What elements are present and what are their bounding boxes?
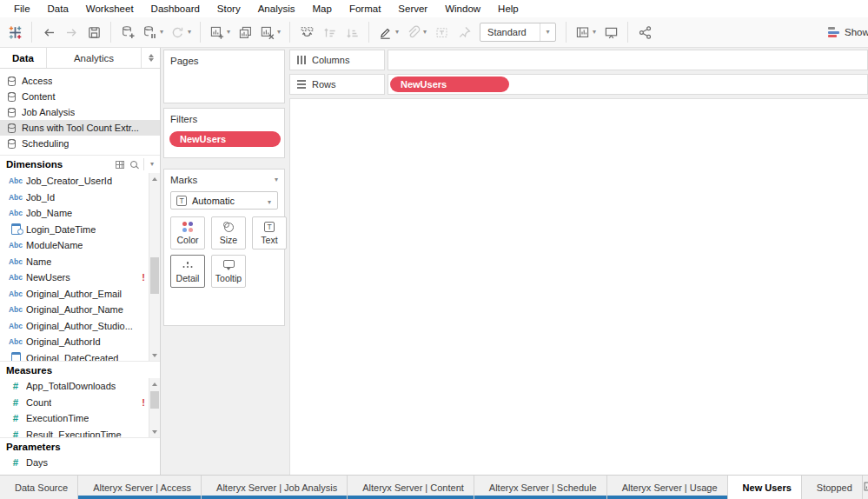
clear-sheet-icon[interactable]: ▾ xyxy=(257,20,283,44)
dropdown-caret-icon[interactable]: ▾ xyxy=(160,29,163,36)
duplicate-sheet-icon[interactable] xyxy=(235,20,255,44)
columns-shelf[interactable] xyxy=(388,50,868,70)
data-source-item[interactable]: Job Analysis xyxy=(0,104,160,120)
redo-icon[interactable] xyxy=(61,20,82,44)
swap-rows-columns-icon[interactable] xyxy=(296,20,317,44)
dropdown-caret-icon[interactable]: ▾ xyxy=(593,29,596,36)
fit-selector[interactable]: Standard ▾ xyxy=(480,23,556,42)
rows-shelf[interactable]: NewUsers xyxy=(388,74,868,95)
sheet-tab[interactable]: Alteryx Server | Access xyxy=(78,476,202,499)
dimension-field[interactable]: ModuleName xyxy=(0,237,149,254)
dimension-field[interactable]: Original_Author_Email xyxy=(0,286,149,303)
rows-pill-newusers[interactable]: NewUsers xyxy=(390,77,509,92)
dimension-field[interactable]: Original_AuthorId xyxy=(0,334,149,350)
scrollbar-thumb[interactable] xyxy=(150,257,159,294)
dimension-field[interactable]: Original_Author_Name xyxy=(0,302,149,318)
save-icon[interactable] xyxy=(83,20,104,44)
sheet-tab[interactable]: Alteryx Server | Content xyxy=(348,476,474,499)
search-icon[interactable] xyxy=(130,161,137,168)
view-data-grid-icon[interactable] xyxy=(116,161,124,169)
menu-item[interactable]: Map xyxy=(304,0,341,17)
sheet-tab[interactable]: New Users xyxy=(728,476,802,499)
menu-item[interactable]: Format xyxy=(341,0,389,17)
new-data-source-icon[interactable] xyxy=(117,20,138,44)
data-source-item[interactable]: Content xyxy=(0,89,160,104)
sheet-canvas[interactable] xyxy=(289,98,868,475)
parameter-field[interactable]: Days xyxy=(0,455,160,471)
pane-updown-icon[interactable] xyxy=(141,48,160,68)
dropdown-caret-icon[interactable]: ▾ xyxy=(423,29,427,36)
dropdown-caret-icon[interactable]: ▾ xyxy=(277,29,281,36)
scroll-up-icon[interactable] xyxy=(149,378,160,389)
tab-analytics[interactable]: Analytics xyxy=(46,48,141,68)
dimensions-scrollbar[interactable] xyxy=(149,173,160,361)
new-worksheet-tab-button[interactable] xyxy=(863,476,868,499)
refresh-data-source-icon[interactable]: ▾ xyxy=(168,20,194,44)
scroll-down-icon[interactable] xyxy=(149,349,160,361)
dropdown-caret-icon[interactable]: ▾ xyxy=(188,29,191,36)
dimensions-menu-caret-icon[interactable]: ▾ xyxy=(150,161,154,168)
chevron-down-icon[interactable]: ▾ xyxy=(262,196,277,206)
menu-item[interactable]: File xyxy=(5,0,39,17)
sheet-tab[interactable]: Alteryx Server | Schedule xyxy=(474,476,607,499)
measures-scrollbar[interactable] xyxy=(149,378,160,437)
text-button[interactable]: Text xyxy=(252,216,287,250)
dimension-field[interactable]: Original_DateCreated xyxy=(0,350,149,362)
sheet-tab[interactable]: Alteryx Server | Job Analysis xyxy=(202,476,348,499)
dimension-field[interactable]: Job_Id xyxy=(0,190,149,206)
chevron-down-icon[interactable]: ▾ xyxy=(540,23,555,41)
sheet-tab[interactable]: Data Source xyxy=(0,476,78,499)
dimension-field[interactable]: Original_Author_Studio... xyxy=(0,318,149,335)
show-me-button[interactable]: Show Me xyxy=(828,17,868,47)
field-label: Login_DateTime xyxy=(26,224,96,235)
menu-item[interactable]: Data xyxy=(39,0,77,17)
marks-menu-caret-icon[interactable]: ▾ xyxy=(275,176,278,183)
measure-field[interactable]: Result_ExecutionTime xyxy=(0,427,149,438)
share-workbook-icon[interactable] xyxy=(634,20,655,44)
menu-item[interactable]: Worksheet xyxy=(77,0,142,17)
tooltip-button[interactable]: Tooltip xyxy=(211,255,246,288)
scroll-up-icon[interactable] xyxy=(149,173,160,184)
size-button[interactable]: Size xyxy=(211,216,246,250)
sheet-tab[interactable]: Stopped xyxy=(802,476,863,499)
menu-item[interactable]: Window xyxy=(436,0,489,17)
fix-axes-icon[interactable] xyxy=(454,20,474,44)
dimension-field[interactable]: NewUsers xyxy=(0,269,149,286)
measure-field[interactable]: ExecutionTime xyxy=(0,410,149,427)
color-button[interactable]: Color xyxy=(170,216,205,250)
columns-shelf-label: Columns xyxy=(289,50,385,70)
group-members-icon[interactable]: ▾ xyxy=(403,20,429,44)
menu-item[interactable]: Help xyxy=(489,0,527,17)
pause-auto-updates-icon[interactable]: ▾ xyxy=(140,20,166,44)
menu-item[interactable]: Dashboard xyxy=(142,0,209,17)
sort-ascending-icon[interactable] xyxy=(319,20,340,44)
filter-pill-newusers[interactable]: NewUsers xyxy=(169,131,281,147)
measure-field[interactable]: App_TotalDownloads xyxy=(0,378,149,395)
dimension-field[interactable]: Login_DateTime xyxy=(0,222,149,238)
highlight-icon[interactable]: ▾ xyxy=(375,20,401,44)
measure-field[interactable]: Count xyxy=(0,395,149,411)
show-mark-labels-icon[interactable] xyxy=(431,20,452,44)
data-source-item[interactable]: Runs with Tool Count Extr... xyxy=(0,120,160,136)
new-worksheet-icon[interactable]: ▾ xyxy=(207,20,233,44)
show-hide-cards-icon[interactable]: ▾ xyxy=(573,20,599,44)
data-source-item[interactable]: Scheduling xyxy=(0,136,160,151)
menu-item[interactable]: Server xyxy=(389,0,436,17)
dimension-field[interactable]: Name xyxy=(0,254,149,270)
menu-item[interactable]: Analysis xyxy=(249,0,304,17)
scroll-down-icon[interactable] xyxy=(149,426,160,437)
dimension-field[interactable]: Job_Name xyxy=(0,205,149,222)
sheet-tab[interactable]: Alteryx Server | Usage xyxy=(607,476,728,499)
mark-type-dropdown[interactable]: Automatic ▾ xyxy=(170,191,278,210)
scrollbar-thumb[interactable] xyxy=(150,391,159,409)
undo-icon[interactable] xyxy=(38,20,59,44)
dimension-field[interactable]: Job_Creator_UserId xyxy=(0,173,149,190)
tab-data[interactable]: Data xyxy=(0,48,46,68)
dropdown-caret-icon[interactable]: ▾ xyxy=(395,29,399,36)
sort-descending-icon[interactable] xyxy=(341,20,362,44)
presentation-mode-icon[interactable] xyxy=(600,20,621,44)
data-source-item[interactable]: Access xyxy=(0,73,160,89)
dropdown-caret-icon[interactable]: ▾ xyxy=(227,29,230,36)
menu-item[interactable]: Story xyxy=(209,0,249,17)
detail-button[interactable]: Detail xyxy=(170,255,205,288)
